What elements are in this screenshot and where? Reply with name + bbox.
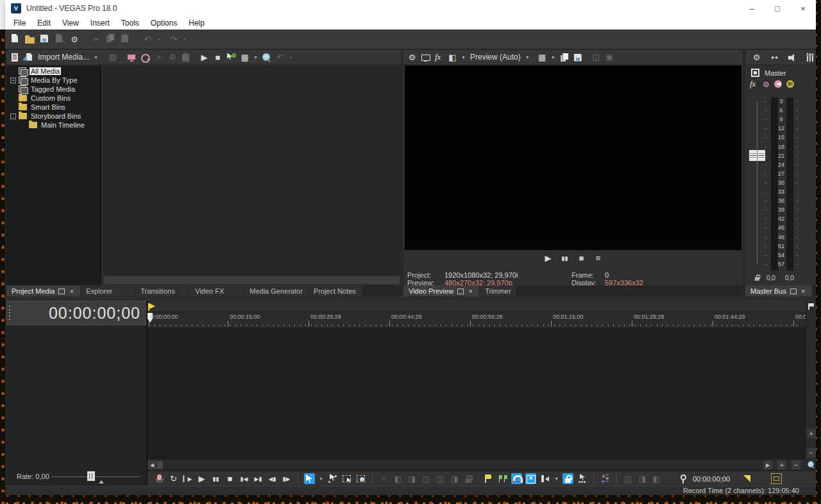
auto-ripple-button[interactable] xyxy=(539,473,550,484)
expand-icon[interactable]: + xyxy=(10,78,16,83)
media-bin-list-icon[interactable] xyxy=(10,52,21,63)
zoom-edit-tool-button[interactable] xyxy=(355,473,366,484)
tab-project-media[interactable]: Project Media× xyxy=(6,285,80,296)
fader-handle-left[interactable] xyxy=(749,150,757,161)
menu-view[interactable]: View xyxy=(56,17,85,29)
collapse-icon[interactable]: - xyxy=(10,113,16,119)
marker-tool-icon[interactable] xyxy=(806,301,817,312)
preview-menu-button[interactable]: ≡ xyxy=(593,253,604,264)
media-preview-play-button[interactable]: ▶ xyxy=(199,52,210,63)
grid-overlay-dropdown[interactable]: ▾ xyxy=(550,52,556,63)
previous-frame-button[interactable]: ◀▮ xyxy=(267,473,278,484)
menu-file[interactable]: File xyxy=(8,17,31,29)
go-to-start-button[interactable]: ▮◀ xyxy=(239,473,250,484)
scroll-right-button[interactable]: ▶ xyxy=(763,460,772,469)
maximize-button[interactable]: □ xyxy=(765,0,790,17)
show-faders-button[interactable] xyxy=(805,52,816,63)
timeline-marker-icon[interactable] xyxy=(741,473,752,484)
preview-play-button[interactable]: ▶ xyxy=(543,253,554,264)
media-list-area[interactable] xyxy=(103,65,401,285)
tree-item-custom-bins[interactable]: Custom Bins xyxy=(6,94,100,103)
fader-handle-right[interactable] xyxy=(758,150,765,161)
open-project-button[interactable] xyxy=(24,33,37,46)
import-media-icon[interactable] xyxy=(23,52,34,63)
play-from-start-button[interactable]: ▎▶ xyxy=(182,473,193,484)
cursor-position-icon[interactable] xyxy=(677,473,688,484)
save-snapshot-button[interactable] xyxy=(572,52,583,63)
tab-video-fx[interactable]: Video FX xyxy=(190,285,244,296)
preview-quality-button[interactable]: Preview (Auto) xyxy=(469,53,522,62)
selection-edit-tool-button[interactable] xyxy=(341,473,352,484)
loop-region-icon[interactable] xyxy=(771,473,782,484)
rate-slider-handle[interactable] xyxy=(87,471,95,481)
timecode-display[interactable]: 00:00:00;00 xyxy=(6,301,146,325)
tree-item-all-media[interactable]: All Media xyxy=(6,67,100,76)
media-list-hscrollbar[interactable] xyxy=(103,275,401,285)
normal-edit-tool-button[interactable] xyxy=(304,473,315,484)
time-ruler[interactable]: 0:00:00;0000:00:15;0000:00:29;2900:00:44… xyxy=(148,312,806,328)
menu-options[interactable]: Options xyxy=(145,17,183,29)
tab-explorer[interactable]: Explorer xyxy=(81,285,135,296)
enable-snapping-button[interactable] xyxy=(511,473,522,484)
scrollbar-thumb[interactable] xyxy=(104,276,400,284)
float-window-icon[interactable] xyxy=(790,287,797,294)
cursor-position-display[interactable]: 00:00:00;00 xyxy=(691,475,731,483)
menu-edit[interactable]: Edit xyxy=(31,17,56,29)
zoom-in-track-button[interactable]: + xyxy=(807,429,816,438)
tab-trimmer[interactable]: Trimmer xyxy=(480,285,516,296)
video-output-fx-button[interactable] xyxy=(434,52,444,63)
copy-snapshot-button[interactable] xyxy=(559,52,570,63)
minimize-button[interactable]: – xyxy=(739,0,765,17)
next-frame-button[interactable]: ▮▶ xyxy=(281,473,292,484)
zoom-tool-icon[interactable] xyxy=(807,460,816,469)
grid-overlay-button[interactable]: ▦ xyxy=(537,52,548,63)
master-properties-button[interactable]: ⚙ xyxy=(751,52,762,63)
save-project-button[interactable] xyxy=(38,33,51,46)
ignore-grouping-button[interactable] xyxy=(577,473,588,484)
preview-stop-button[interactable]: ■ xyxy=(576,253,587,264)
stop-button[interactable]: ■ xyxy=(224,473,235,484)
tree-item-media-by-type[interactable]: +Media By Type xyxy=(6,76,100,85)
import-media-button[interactable]: Import Media... xyxy=(37,53,90,62)
split-screen-dropdown[interactable]: ▾ xyxy=(461,52,466,63)
preview-settings-button[interactable]: ⚙ xyxy=(407,52,418,63)
zoom-out-track-button[interactable]: − xyxy=(807,448,816,457)
envelope-edit-tool-button[interactable] xyxy=(327,473,338,484)
new-project-button[interactable] xyxy=(9,33,22,46)
close-button[interactable]: × xyxy=(790,0,816,17)
track-view[interactable] xyxy=(148,328,806,459)
go-to-end-button[interactable]: ▶▮ xyxy=(253,473,264,484)
master-fx-icon[interactable] xyxy=(749,79,759,90)
zoom-out-time-button[interactable]: − xyxy=(791,460,800,469)
playhead-marker-flag[interactable] xyxy=(148,303,155,311)
close-icon[interactable]: × xyxy=(800,285,807,296)
insert-marker-button[interactable] xyxy=(483,473,494,484)
auto-ripple-dropdown[interactable]: ▾ xyxy=(554,473,559,484)
menu-help[interactable]: Help xyxy=(183,17,210,29)
tab-video-preview[interactable]: Video Preview× xyxy=(403,285,479,296)
mixing-console-button[interactable] xyxy=(600,473,611,484)
media-preview-stop-button[interactable]: ■ xyxy=(212,52,223,63)
float-window-icon[interactable] xyxy=(58,287,65,294)
scroll-left-button[interactable]: ◀ xyxy=(148,460,157,469)
loop-playback-button[interactable]: ↻ xyxy=(168,473,179,484)
master-channel-icon[interactable] xyxy=(751,69,759,77)
split-screen-view-button[interactable]: ◧ xyxy=(447,52,458,63)
tab-transitions[interactable]: Transitions xyxy=(135,285,189,296)
tab-project-notes[interactable]: Project Notes xyxy=(309,285,362,296)
master-fader-handles[interactable] xyxy=(749,150,765,161)
dim-output-button[interactable] xyxy=(787,52,798,63)
master-mute-button[interactable] xyxy=(773,79,784,90)
timeline-vscrollbar[interactable]: + − xyxy=(806,301,816,459)
master-solo-button[interactable] xyxy=(785,79,796,90)
tab-master-bus[interactable]: Master Bus× xyxy=(745,285,812,296)
tree-item-storyboard-bins[interactable]: -Storyboard Bins xyxy=(6,112,100,121)
tab-media-generator[interactable]: Media Generator xyxy=(244,285,308,296)
menu-tools[interactable]: Tools xyxy=(115,17,145,29)
menu-insert[interactable]: Insert xyxy=(85,17,115,29)
timeline-hscrollbar[interactable]: ◀ ▶ + − xyxy=(148,459,806,469)
record-button[interactable] xyxy=(154,473,165,484)
play-button[interactable]: ▶ xyxy=(196,473,207,484)
tree-item-smart-bins[interactable]: Smart Bins xyxy=(6,103,100,112)
insert-region-button[interactable] xyxy=(497,473,508,484)
